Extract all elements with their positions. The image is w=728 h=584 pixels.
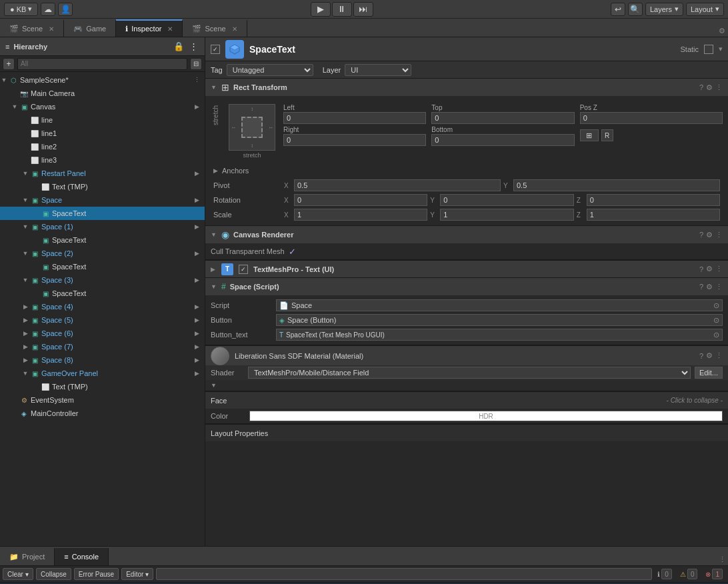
tree-item-space1[interactable]: ▼ ▣ Space (1) ▶ [0, 220, 205, 233]
tree-arrow-space2[interactable]: ▼ [21, 250, 29, 257]
static-dropdown-arrow[interactable]: ▾ [719, 45, 723, 53]
script-value[interactable]: 📄 Space ⊙ [276, 299, 723, 311]
material-settings-btn[interactable]: ⚙ [706, 351, 713, 360]
canvas-expand-btn[interactable]: ▶ [191, 103, 202, 110]
hierarchy-add-btn[interactable]: + [3, 58, 15, 70]
tab-inspector[interactable]: ℹ Inspector ✕ [116, 19, 183, 37]
tab-scene-1[interactable]: 🎬 Scene ✕ [0, 19, 64, 37]
tree-arrow-space8[interactable]: ▶ [21, 357, 29, 363]
tab-close-inspector[interactable]: ✕ [167, 25, 173, 33]
scale-y-input[interactable] [440, 209, 573, 221]
play-button[interactable]: ▶ [311, 2, 331, 17]
space-expand-btn[interactable]: ▶ [191, 197, 202, 203]
hierarchy-more-btn[interactable]: ⋮ [188, 41, 199, 51]
tree-arrow-restartpanel[interactable]: ▼ [21, 170, 29, 177]
tmp-enabled-checkbox[interactable] [239, 265, 248, 274]
tree-item-space3[interactable]: ▼ ▣ Space (3) ▶ [0, 273, 205, 287]
button-value[interactable]: ◈ Space (Button) ⊙ [276, 314, 723, 326]
cloud-button[interactable]: ☁ [41, 3, 55, 16]
tmp-settings-btn[interactable]: ⚙ [706, 265, 713, 273]
tree-item-spacetext-1[interactable]: ▣ SpaceText [0, 233, 205, 247]
object-enabled-checkbox[interactable] [211, 45, 220, 54]
tree-item-eventsystem[interactable]: ⚙ EventSystem [0, 393, 205, 407]
tree-item-spacetext-selected[interactable]: ▣ SpaceText [0, 207, 205, 220]
space8-expand-btn[interactable]: ▶ [191, 357, 202, 363]
script-more-btn[interactable]: ⋮ [715, 283, 723, 291]
tmp-more-btn[interactable]: ⋮ [715, 265, 723, 273]
tree-item-line[interactable]: ⬜ line [0, 113, 205, 127]
search-button[interactable]: 🔍 [628, 3, 643, 16]
tree-item-text-tmp-2[interactable]: ⬜ Text (TMP) [0, 380, 205, 393]
tree-item-space6[interactable]: ▶ ▣ Space (6) ▶ [0, 327, 205, 340]
tree-arrow-space1[interactable]: ▼ [21, 223, 29, 230]
tab-close-scene2[interactable]: ✕ [232, 25, 237, 33]
tmp-help-btn[interactable]: ? [699, 265, 703, 273]
tree-item-space5[interactable]: ▶ ▣ Space (5) ▶ [0, 313, 205, 327]
tree-arrow-samplescene[interactable]: ▼ [0, 77, 8, 83]
script-settings-btn[interactable]: ⚙ [706, 283, 713, 291]
rot-y-input[interactable] [440, 194, 573, 206]
tree-arrow-space7[interactable]: ▶ [21, 343, 29, 350]
button-ref-arrow[interactable]: ⊙ [713, 316, 719, 325]
rect-blueprint-btn[interactable]: ⊞ [580, 129, 599, 141]
canvas-help-btn[interactable]: ? [699, 231, 703, 239]
rot-z-input[interactable] [587, 194, 720, 206]
rect-visual-box[interactable]: ↕ ↕ ↔ ↔ [229, 104, 275, 151]
step-button[interactable]: ⏭ [353, 2, 373, 17]
hierarchy-filter-btn[interactable]: ⊟ [190, 58, 202, 70]
space6-expand-btn[interactable]: ▶ [191, 330, 202, 337]
shader-edit-btn[interactable]: Edit... [695, 367, 723, 379]
tab-console[interactable]: ≡ Console [55, 548, 109, 565]
layer-dropdown[interactable]: UI [345, 64, 411, 76]
tag-dropdown[interactable]: Untagged [227, 64, 313, 76]
hierarchy-search-input[interactable] [17, 58, 187, 70]
scale-x-input[interactable] [294, 209, 427, 221]
tree-item-maincamera[interactable]: 📷 Main Camera [0, 87, 205, 100]
tree-item-space4[interactable]: ▶ ▣ Space (4) ▶ [0, 300, 205, 313]
tab-scene-2[interactable]: 🎬 Scene ✕ [183, 19, 247, 37]
bottom-panel-options-btn[interactable]: ⋮ [716, 553, 728, 565]
rect-r-btn[interactable]: R [601, 129, 613, 141]
tree-item-spacetext-3[interactable]: ▣ SpaceText [0, 287, 205, 300]
collapse-text[interactable]: - Click to collapse - [667, 397, 723, 404]
kb-button[interactable]: ● KB ▾ [4, 3, 38, 16]
rect-top-input[interactable] [431, 112, 574, 124]
pivot-x-input[interactable] [294, 179, 501, 191]
buttontext-ref-arrow[interactable]: ⊙ [713, 331, 719, 339]
scale-z-input[interactable] [587, 209, 720, 221]
tree-item-space2[interactable]: ▼ ▣ Space (2) ▶ [0, 247, 205, 260]
editor-button[interactable]: Editor ▾ [121, 568, 153, 580]
collapse-button[interactable]: Collapse [36, 568, 71, 580]
material-more-btn[interactable]: ⋮ [715, 351, 723, 360]
tree-item-line2[interactable]: ⬜ line2 [0, 140, 205, 153]
color-swatch[interactable]: HDR [249, 411, 723, 421]
rect-more-btn[interactable]: ⋮ [715, 83, 723, 92]
tree-item-line3[interactable]: ⬜ line3 [0, 153, 205, 167]
restartpanel-expand-btn[interactable]: ▶ [191, 170, 202, 177]
panel-options-btn[interactable]: ⚙ [716, 25, 728, 37]
tree-arrow-space3[interactable]: ▼ [21, 277, 29, 283]
canvas-renderer-header[interactable]: ▼ ◉ Canvas Renderer ? ⚙ ⋮ [205, 226, 728, 243]
cull-checkbox[interactable]: ✓ [289, 247, 296, 257]
tree-arrow-space6[interactable]: ▶ [21, 330, 29, 337]
space4-expand-btn[interactable]: ▶ [191, 303, 202, 310]
space2-expand-btn[interactable]: ▶ [191, 250, 202, 257]
tree-arrow-space5[interactable]: ▶ [21, 317, 29, 323]
tab-close-1[interactable]: ✕ [49, 25, 54, 33]
space3-expand-btn[interactable]: ▶ [191, 277, 202, 283]
scene-more-btn[interactable]: ⋮ [191, 77, 202, 83]
rect-left-input[interactable] [283, 112, 426, 124]
rect-transform-header[interactable]: ▼ ⊞ Rect Transform ? ⚙ ⋮ [205, 79, 728, 96]
canvas-settings-btn[interactable]: ⚙ [706, 231, 713, 239]
tree-item-space8[interactable]: ▶ ▣ Space (8) ▶ [0, 353, 205, 367]
script-ref-arrow[interactable]: ⊙ [713, 301, 719, 310]
console-search-input[interactable] [156, 568, 652, 580]
tree-item-maincontroller[interactable]: ◈ MainController [0, 407, 205, 420]
canvas-more-btn[interactable]: ⋮ [715, 231, 723, 239]
tree-item-gameoverpanel[interactable]: ▼ ▣ GameOver Panel ▶ [0, 367, 205, 380]
hierarchy-lock-btn[interactable]: 🔒 [172, 41, 185, 51]
material-help-btn[interactable]: ? [699, 351, 703, 360]
script-help-btn[interactable]: ? [699, 283, 703, 291]
space1-expand-btn[interactable]: ▶ [191, 223, 202, 230]
rect-settings-btn[interactable]: ⚙ [706, 83, 713, 92]
